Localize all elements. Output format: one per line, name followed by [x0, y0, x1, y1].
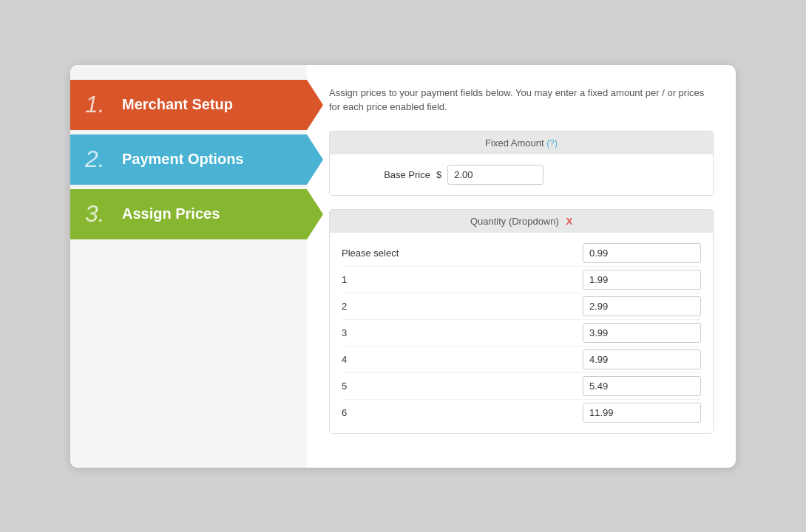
quantity-row-label: 1	[342, 274, 583, 285]
fixed-amount-title: Fixed Amount (?)	[485, 137, 558, 149]
quantity-row: 4	[342, 347, 701, 373]
base-price-input[interactable]	[447, 165, 543, 185]
step-3-number: 3.	[85, 200, 112, 228]
quantity-row-input[interactable]	[583, 403, 701, 423]
quantity-row: 6	[342, 400, 701, 426]
quantity-row-label: 5	[342, 381, 583, 392]
step-1-number: 1.	[85, 91, 112, 118]
quantity-row: 2	[342, 293, 701, 320]
quantity-row-input[interactable]	[583, 323, 701, 343]
quantity-row-label: 6	[342, 407, 583, 418]
quantity-row-label: 4	[342, 354, 583, 365]
quantity-row: 1	[342, 267, 701, 293]
fixed-amount-panel: Fixed Amount (?) Base Price $	[329, 131, 714, 196]
currency-symbol: $	[436, 169, 441, 180]
quantity-row-input[interactable]	[583, 243, 701, 263]
quantity-row-input[interactable]	[583, 376, 701, 396]
quantity-row: 3	[342, 320, 701, 347]
quantity-panel-header: Quantity (Dropdown) X	[330, 210, 713, 233]
sidebar-item-payment-options[interactable]: 2. Payment Options	[70, 134, 307, 185]
step-1-label: Merchant Setup	[122, 96, 233, 113]
main-card: 1. Merchant Setup 2. Payment Options 3. …	[70, 65, 736, 468]
quantity-rows-container: Please select123456	[342, 240, 701, 426]
quantity-row-label: Please select	[342, 248, 583, 259]
fixed-amount-body: Base Price $	[330, 154, 713, 195]
step-2-label: Payment Options	[122, 151, 243, 168]
sidebar-item-merchant-setup[interactable]: 1. Merchant Setup	[70, 80, 307, 130]
sidebar-item-assign-prices[interactable]: 3. Assign Prices	[70, 189, 307, 239]
step-3-label: Assign Prices	[122, 205, 220, 222]
base-price-label: Base Price	[342, 169, 430, 180]
quantity-row-input[interactable]	[583, 270, 701, 290]
quantity-row: 5	[342, 373, 701, 400]
quantity-row-label: 3	[342, 327, 583, 338]
sidebar: 1. Merchant Setup 2. Payment Options 3. …	[70, 65, 307, 468]
quantity-row-input[interactable]	[583, 296, 701, 316]
content-area: Assign prices to your payment fields bel…	[307, 65, 736, 468]
quantity-remove-button[interactable]: X	[566, 216, 572, 227]
quantity-row-input[interactable]	[583, 349, 701, 369]
quantity-panel: Quantity (Dropdown) X Please select12345…	[329, 209, 714, 434]
quantity-panel-title: Quantity (Dropdown) X	[470, 216, 572, 227]
fixed-amount-help-link[interactable]: (?)	[546, 138, 558, 149]
quantity-panel-body: Please select123456	[330, 233, 713, 433]
base-price-row: Base Price $	[342, 162, 701, 188]
quantity-row-label: 2	[342, 301, 583, 312]
quantity-row: Please select	[342, 240, 701, 267]
page-description: Assign prices to your payment fields bel…	[329, 86, 714, 115]
step-2-number: 2.	[85, 146, 112, 173]
fixed-amount-header: Fixed Amount (?)	[330, 132, 713, 154]
